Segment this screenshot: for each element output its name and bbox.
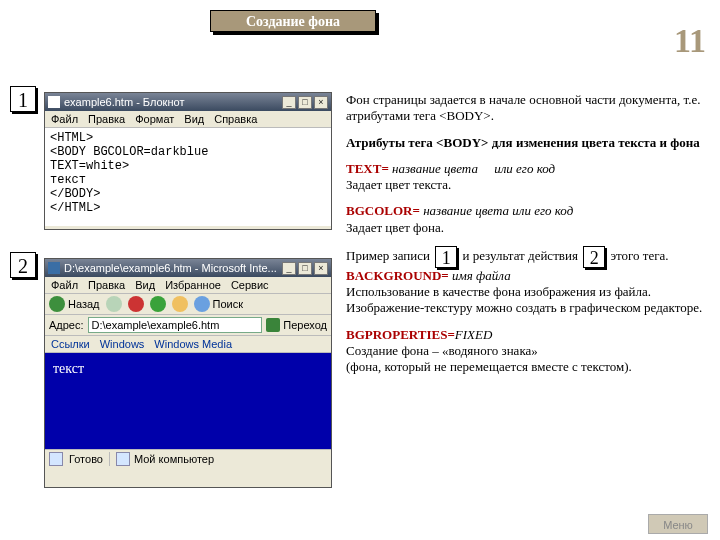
notepad-window: example6.htm - Блокнот _ □ × Файл Правка…	[44, 92, 332, 230]
status-bar: Готово Мой компьютер	[45, 449, 331, 467]
address-label: Адрес:	[49, 319, 84, 331]
callout-badge-2: 2	[10, 252, 36, 278]
menu-favorites[interactable]: Избранное	[165, 279, 221, 291]
slide-title: Создание фона	[210, 10, 376, 32]
zone-text: Мой компьютер	[134, 453, 214, 465]
page-number: 11	[674, 22, 706, 60]
callout-badge-1: 1	[10, 86, 36, 112]
minimize-button[interactable]: _	[282, 96, 296, 109]
go-button[interactable]: Переход	[266, 318, 327, 332]
menu-file[interactable]: Файл	[51, 113, 78, 125]
inline-badge-1: 1	[435, 246, 457, 268]
notepad-titlebar[interactable]: example6.htm - Блокнот _ □ ×	[45, 93, 331, 111]
notepad-icon	[48, 96, 60, 108]
ie-menubar: Файл Правка Вид Избранное Сервис	[45, 277, 331, 294]
maximize-button[interactable]: □	[298, 262, 312, 275]
menu-button[interactable]: Меню	[648, 514, 708, 534]
status-text: Готово	[69, 453, 103, 465]
notepad-title: example6.htm - Блокнот	[64, 96, 282, 108]
ie-viewport: текст	[45, 353, 331, 449]
maximize-button[interactable]: □	[298, 96, 312, 109]
home-icon[interactable]	[172, 296, 188, 312]
ie-titlebar[interactable]: D:\example\example6.htm - Microsoft Inte…	[45, 259, 331, 277]
menu-help[interactable]: Справка	[214, 113, 257, 125]
inline-badge-2: 2	[583, 246, 605, 268]
attr-text-block: TEXT= название цвета или его код Задает …	[346, 161, 706, 194]
example-line: Пример записи 1 и результат действия 2 э…	[346, 246, 706, 317]
attr-bgcolor-block: BGCOLOR= название цвета или его код Зада…	[346, 203, 706, 236]
menu-edit[interactable]: Правка	[88, 279, 125, 291]
menu-tools[interactable]: Сервис	[231, 279, 269, 291]
intro-paragraph: Фон страницы задается в начале основной …	[346, 92, 706, 125]
minimize-button[interactable]: _	[282, 262, 296, 275]
search-button[interactable]: Поиск	[194, 296, 243, 312]
zone-icon	[116, 452, 130, 466]
links-bar: Ссылки Windows Windows Media	[45, 336, 331, 353]
windows-media-link[interactable]: Windows Media	[154, 338, 232, 350]
explanation-text: Фон страницы задается в начале основной …	[346, 92, 706, 385]
back-icon	[49, 296, 65, 312]
ie-icon	[48, 262, 60, 274]
attributes-heading: Атрибуты тега <BODY> для изменения цвета…	[346, 135, 706, 151]
windows-link[interactable]: Windows	[100, 338, 145, 350]
forward-icon[interactable]	[106, 296, 122, 312]
menu-file[interactable]: Файл	[51, 279, 78, 291]
stop-icon[interactable]	[128, 296, 144, 312]
ie-toolbar: Назад Поиск	[45, 294, 331, 315]
search-label: Поиск	[213, 298, 243, 310]
go-label: Переход	[283, 319, 327, 331]
notepad-content[interactable]: <HTML> <BODY BGCOLOR=darkblue TEXT=white…	[45, 128, 331, 226]
search-icon	[194, 296, 210, 312]
address-bar: Адрес: Переход	[45, 315, 331, 336]
go-icon	[266, 318, 280, 332]
ie-window: D:\example\example6.htm - Microsoft Inte…	[44, 258, 332, 488]
ie-title: D:\example\example6.htm - Microsoft Inte…	[64, 262, 282, 274]
links-link[interactable]: Ссылки	[51, 338, 90, 350]
menu-view[interactable]: Вид	[184, 113, 204, 125]
refresh-icon[interactable]	[150, 296, 166, 312]
menu-view[interactable]: Вид	[135, 279, 155, 291]
notepad-menubar: Файл Правка Формат Вид Справка	[45, 111, 331, 128]
close-button[interactable]: ×	[314, 96, 328, 109]
back-button[interactable]: Назад	[49, 296, 100, 312]
back-label: Назад	[68, 298, 100, 310]
close-button[interactable]: ×	[314, 262, 328, 275]
address-input[interactable]	[88, 317, 263, 333]
status-icon	[49, 452, 63, 466]
menu-format[interactable]: Формат	[135, 113, 174, 125]
page-text: текст	[53, 361, 84, 376]
attr-bgproperties-block: BGPROPERTIES=FIXED Создание фона – «водя…	[346, 327, 706, 376]
menu-edit[interactable]: Правка	[88, 113, 125, 125]
